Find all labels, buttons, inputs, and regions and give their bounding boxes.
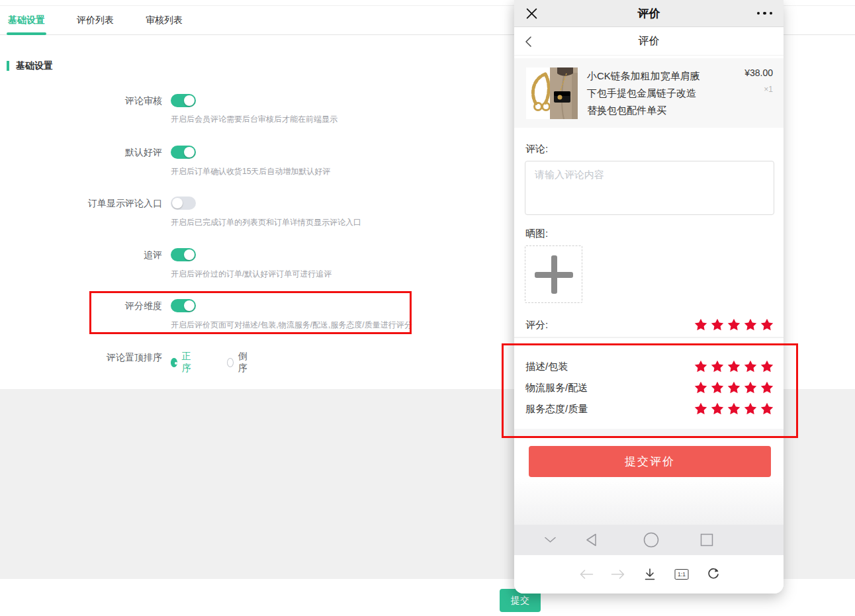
setting-hint: 开启后评价页面可对描述/包装,物流服务/配送,服务态度/质量进行评分 xyxy=(171,320,541,331)
overall-star-rating[interactable] xyxy=(694,318,774,332)
tab-audit-list[interactable]: 审核列表 xyxy=(144,6,184,34)
wechat-titlebar: 评价 xyxy=(514,0,784,27)
description-star-rating[interactable] xyxy=(694,359,774,374)
radio-dot xyxy=(171,358,177,367)
section-gap xyxy=(514,429,784,438)
divider xyxy=(514,337,784,338)
page-bottom-space xyxy=(514,477,784,525)
product-title: 小CK链条加粗加宽单肩腋下包手提包金属链子改造替换包包配件单买 xyxy=(587,67,729,119)
dimension-label-service: 服务态度/质量 xyxy=(525,403,588,416)
follow-up-review-toggle[interactable] xyxy=(171,248,196,261)
page: 基础设置 评价列表 审核列表 基础设置 评论审核 开启后会员评论需要后台审核后才… xyxy=(0,0,855,616)
page-title: 评价 xyxy=(514,34,784,48)
product-card: 小CK链条加粗加宽单肩腋下包手提包金属链子改造替换包包配件单买 ¥38.00 ×… xyxy=(514,58,784,128)
comment-audit-toggle[interactable] xyxy=(171,94,196,107)
service-star-rating[interactable] xyxy=(694,402,774,416)
setting-hint: 开启后已完成订单的列表页和订单详情页显示评论入口 xyxy=(171,217,541,228)
comment-input[interactable] xyxy=(525,161,774,215)
setting-label: 订单显示评论入口 xyxy=(0,197,162,210)
radio-label: 倒序 xyxy=(238,351,250,374)
tab-review-list[interactable]: 评价列表 xyxy=(75,6,115,34)
refresh-icon[interactable] xyxy=(707,568,720,581)
comment-label: 评论: xyxy=(525,143,548,155)
forward-arrow-icon[interactable] xyxy=(611,569,626,580)
setting-hint: 开启后订单确认收货15天后自动增加默认好评 xyxy=(171,166,541,177)
sort-radio-group: 正序 倒序 xyxy=(171,351,250,374)
photos-label: 晒图: xyxy=(525,228,548,240)
toggle-knob xyxy=(184,147,195,157)
dimension-label-logistics: 物流服务/配送 xyxy=(525,382,588,394)
toggle-knob xyxy=(184,95,195,106)
radio-ascending[interactable]: 正序 xyxy=(171,351,194,374)
setting-hint: 开启后评价过的订单/默认好评订单可进行追评 xyxy=(171,269,541,280)
submit-review-button[interactable]: 提交评价 xyxy=(529,446,771,477)
phone-preview: 评价 评价 xyxy=(514,0,784,594)
photo-upload-button[interactable] xyxy=(525,245,582,303)
setting-label: 追评 xyxy=(0,248,162,262)
inner-navbar: 评价 xyxy=(514,28,784,56)
scale-icon[interactable]: 1:1 xyxy=(675,569,689,580)
download-icon[interactable] xyxy=(644,568,656,581)
recents-square-icon[interactable] xyxy=(700,533,713,547)
home-circle-icon[interactable] xyxy=(643,532,659,548)
setting-label: 评分维度 xyxy=(0,299,162,313)
setting-label: 评论置顶排序 xyxy=(0,351,162,365)
collapse-chevron-icon[interactable] xyxy=(545,537,556,543)
wechat-title: 评价 xyxy=(514,6,784,21)
logistics-star-rating[interactable] xyxy=(694,380,774,395)
rating-dimensions-toggle[interactable] xyxy=(171,299,196,312)
setting-label: 评论审核 xyxy=(0,94,162,108)
radio-dot xyxy=(227,358,234,367)
toggle-knob xyxy=(184,300,195,311)
product-quantity: ×1 xyxy=(744,85,773,94)
radio-descending[interactable]: 倒序 xyxy=(227,351,250,374)
setting-label: 默认好评 xyxy=(0,146,162,159)
rating-label: 评分: xyxy=(525,319,548,331)
back-arrow-icon[interactable] xyxy=(579,569,594,580)
plus-icon xyxy=(535,255,573,294)
android-nav-bar xyxy=(514,525,784,555)
toggle-knob xyxy=(184,249,195,260)
order-comment-entry-toggle[interactable] xyxy=(171,197,196,210)
back-triangle-icon[interactable] xyxy=(586,533,597,547)
product-image xyxy=(526,67,578,119)
toggle-knob xyxy=(172,198,183,208)
browser-toolbar: 1:1 xyxy=(514,555,784,594)
setting-hint: 开启后会员评论需要后台审核后才能在前端显示 xyxy=(171,114,541,125)
dimension-label-description: 描述/包装 xyxy=(525,361,568,373)
radio-label: 正序 xyxy=(182,351,194,374)
tab-basic-settings[interactable]: 基础设置 xyxy=(7,6,46,34)
product-price: ¥38.00 xyxy=(744,67,773,78)
default-good-review-toggle[interactable] xyxy=(171,146,196,159)
section-title: 基础设置 xyxy=(7,61,53,71)
